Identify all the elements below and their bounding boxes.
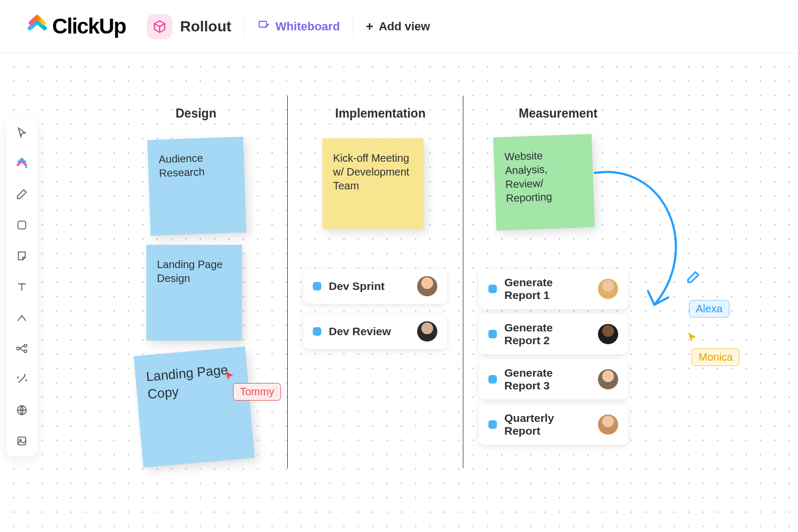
whiteboard-label: Whiteboard <box>276 20 340 34</box>
app-header: ClickUp Rollout Whiteboard + Add view <box>0 0 798 53</box>
task-title: Generate Report 3 <box>504 367 591 392</box>
task-card[interactable]: Generate Report 1 <box>479 269 628 309</box>
column-header-measurement: Measurement <box>519 106 597 121</box>
collab-cursor-label: Monica <box>692 348 739 366</box>
task-card[interactable]: Quarterly Report <box>479 404 628 445</box>
logo-icon <box>27 13 48 39</box>
app-logo: ClickUp <box>27 13 126 39</box>
ai-magic-tool[interactable] <box>14 371 30 387</box>
sticky-note[interactable]: Landing Page Design <box>146 245 242 340</box>
avatar <box>598 324 618 344</box>
collab-cursor-icon <box>223 370 235 384</box>
cube-icon <box>147 14 172 39</box>
sticky-note[interactable]: Website Analysis, Review/ Reporting <box>493 134 595 230</box>
relationship-tool[interactable] <box>14 340 30 356</box>
shape-tool[interactable] <box>14 217 30 233</box>
task-card[interactable]: Generate Report 3 <box>479 359 628 400</box>
web-tool[interactable] <box>14 402 30 418</box>
collab-cursor-label: Tommy <box>233 383 281 401</box>
sticky-note[interactable]: Landing Page Copy <box>134 346 255 468</box>
whiteboard-tab[interactable]: Whiteboard <box>257 19 340 35</box>
divider <box>353 18 353 36</box>
status-chip <box>313 282 321 290</box>
divider <box>244 18 245 36</box>
whiteboard-icon <box>257 19 270 35</box>
task-title: Generate Report 1 <box>504 276 591 302</box>
collab-cursor-icon <box>686 331 698 345</box>
column-divider <box>287 96 288 468</box>
column-divider <box>463 96 463 468</box>
avatar <box>417 276 437 296</box>
pen-cursor-icon <box>686 270 700 286</box>
task-title: Dev Sprint <box>329 280 410 293</box>
pen-tool[interactable] <box>14 186 30 202</box>
app-name: ClickUp <box>52 14 126 38</box>
clickup-item-tool[interactable]: + <box>14 155 30 171</box>
sticky-text: Audience Research <box>159 152 205 179</box>
task-title: Quarterly Report <box>504 412 591 437</box>
view-title: Rollout <box>180 18 231 35</box>
task-title: Dev Review <box>329 325 410 338</box>
task-card[interactable]: Dev Review <box>303 314 447 349</box>
pointer-tool[interactable] <box>14 124 30 140</box>
sticky-text: Landing Page Design <box>157 259 222 284</box>
svg-text:+: + <box>24 164 28 170</box>
task-card[interactable]: Dev Sprint <box>303 269 447 304</box>
collab-cursor-label: Alexa <box>689 300 729 318</box>
avatar <box>417 321 437 342</box>
avatar <box>598 414 618 435</box>
column-header-design: Design <box>176 106 217 121</box>
sticky-note-tool[interactable] <box>14 248 30 264</box>
status-chip <box>488 285 497 293</box>
plus-icon: + <box>366 19 373 34</box>
task-card[interactable]: Generate Report 2 <box>479 314 628 354</box>
status-chip <box>488 375 497 384</box>
status-chip <box>488 330 497 338</box>
task-title: Generate Report 2 <box>504 321 591 347</box>
board: Design Implementation Measurement Audien… <box>53 53 798 532</box>
sticky-note[interactable]: Kick-off Meeting w/ Development Team <box>322 138 423 229</box>
add-view-label: Add view <box>379 20 430 34</box>
status-chip <box>488 420 497 429</box>
sticky-text: Kick-off Meeting w/ Development Team <box>333 152 409 192</box>
image-tool[interactable] <box>14 433 30 449</box>
sticky-text: Website Analysis, Review/ Reporting <box>504 149 552 204</box>
svg-rect-2 <box>18 221 26 229</box>
status-chip <box>313 327 321 336</box>
view-switcher[interactable]: Rollout <box>147 14 231 39</box>
avatar <box>598 369 618 389</box>
connector-tool[interactable] <box>14 310 30 326</box>
whiteboard-toolbar: + <box>6 117 37 456</box>
add-view-button[interactable]: + Add view <box>366 19 430 34</box>
avatar <box>598 279 618 299</box>
sticky-note[interactable]: Audience Research <box>147 137 246 236</box>
text-tool[interactable] <box>14 279 30 295</box>
svg-rect-7 <box>18 437 26 445</box>
sticky-text: Landing Page Copy <box>145 362 228 401</box>
column-header-implementation: Implementation <box>335 106 426 121</box>
